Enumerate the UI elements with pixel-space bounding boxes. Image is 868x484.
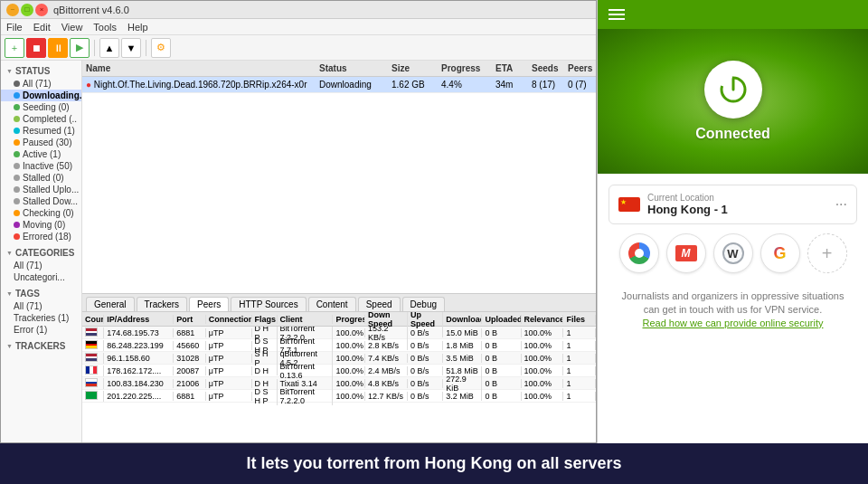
vpn-header (598, 0, 868, 29)
torrent-area: Name Status Size Progress ETA Seeds Peer… (82, 61, 596, 442)
torrent-name: ● Night.Of.The.Living.Dead.1968.720p.BRR… (82, 80, 316, 90)
tags-section-header: TAGS (1, 287, 81, 300)
vpn-power-button[interactable] (704, 61, 762, 119)
tab-peers[interactable]: Peers (189, 297, 229, 311)
move-down-btn[interactable]: ▼ (121, 38, 141, 58)
peers-col-progress: Progress (333, 315, 365, 324)
minimize-btn[interactable]: − (6, 4, 19, 16)
menu-edit[interactable]: Edit (33, 22, 51, 33)
sidebar: STATUS All (71) Downloading... Seeding (… (1, 61, 82, 442)
sidebar-inactive[interactable]: Inactive (50) (1, 160, 81, 172)
menu-tools[interactable]: Tools (93, 22, 117, 33)
caption-text: It lets you torrent from Hong Kong on al… (246, 454, 621, 473)
add-shortcut-btn[interactable]: + (807, 233, 847, 273)
location-name: Hong Kong - 1 (647, 203, 828, 216)
hamburger-menu-btn[interactable] (609, 9, 625, 20)
tab-content[interactable]: Content (308, 297, 356, 311)
sidebar-cat-all[interactable]: All (71) (1, 260, 81, 271)
tab-debug[interactable]: Debug (402, 297, 445, 311)
sidebar-checking[interactable]: Checking (0) (1, 207, 81, 219)
trackers-section-header: TRACKERS (1, 339, 81, 353)
torrent-progress: 4.4% (438, 80, 492, 90)
close-btn[interactable]: × (35, 4, 48, 16)
col-eta-header: ETA (492, 63, 528, 73)
sidebar-all[interactable]: All (71) (1, 78, 81, 90)
peers-col-downloaded: Downloaded (443, 315, 482, 324)
col-name-header: Name (82, 63, 316, 73)
sidebar-trackeries[interactable]: Trackeries (1) (1, 312, 81, 324)
peers-table: Country/Region IP/Address Port Connectio… (82, 312, 596, 442)
peers-col-flags: Flags (252, 315, 278, 324)
peer-row[interactable]: 178.162.172.... 20087 μTP D H BitTorrent… (82, 365, 596, 377)
menu-help[interactable]: Help (127, 22, 148, 33)
title-bar: − □ × qBittorrent v4.6.0 (1, 1, 596, 19)
start-btn[interactable]: ▶ (70, 38, 90, 58)
sidebar-uncategorized[interactable]: Uncategori... (1, 271, 81, 283)
vpn-footer-link[interactable]: Read how we can provide online security (619, 318, 846, 328)
wikipedia-shortcut-btn[interactable]: W (713, 233, 753, 273)
peers-col-uploaded: Uploaded (482, 315, 521, 324)
location-label: Current Location (647, 193, 828, 203)
sidebar-paused[interactable]: Paused (30) (1, 137, 81, 148)
sidebar-moving[interactable]: Moving (0) (1, 219, 81, 231)
sidebar-downloading[interactable]: Downloading... (1, 90, 81, 101)
tab-http[interactable]: HTTP Sources (231, 297, 306, 311)
vpn-hero: Connected (598, 29, 868, 174)
vpn-footer: Journalists and organizers in oppressive… (609, 282, 857, 336)
torrent-seeds: 8 (17) (528, 80, 564, 90)
toolbar: + ⏹ ⏸ ▶ ▲ ▼ ⚙ (1, 35, 596, 61)
tab-speed[interactable]: Speed (358, 297, 401, 311)
peers-col-client: Client (278, 315, 334, 324)
torrent-eta: 34m (492, 80, 528, 90)
peer-row[interactable]: 174.68.195.73 6881 μTP D H P BitTorrent … (82, 327, 596, 339)
col-peers-header: Peers (564, 63, 596, 73)
stop-btn[interactable]: ⏹ (26, 38, 46, 58)
menu-view[interactable]: View (61, 22, 83, 33)
vpn-panel: Connected Current Location Hong Kong - 1… (597, 0, 868, 443)
caption-bar: It lets you torrent from Hong Kong on al… (0, 443, 868, 484)
bottom-section: General Trackers Peers HTTP Sources Cont… (82, 293, 596, 442)
app-shortcuts: W G + (609, 233, 857, 273)
peers-col-port: Port (174, 315, 206, 324)
sidebar-stalled-down[interactable]: Stalled Dow... (1, 195, 81, 207)
peers-col-country: Country/Region (82, 315, 104, 324)
peer-row[interactable]: 96.1.158.60 31028 μTP S H P qBittorrent … (82, 352, 596, 365)
pause-btn[interactable]: ⏸ (48, 38, 68, 58)
maximize-btn[interactable]: □ (21, 4, 33, 16)
wikipedia-icon: W (722, 242, 744, 264)
sidebar-error-tag[interactable]: Error (1) (1, 324, 81, 336)
table-row[interactable]: ● Night.Of.The.Living.Dead.1968.720p.BRR… (82, 77, 596, 93)
sidebar-seeding[interactable]: Seeding (0) (1, 101, 81, 113)
move-up-btn[interactable]: ▲ (99, 38, 119, 58)
vpn-footer-description: Journalists and organizers in oppressive… (619, 289, 846, 318)
gmail-shortcut-btn[interactable] (666, 233, 706, 273)
peer-row[interactable]: 100.83.184.230 21006 μTP D H Tixati 3.14… (82, 377, 596, 390)
mail-icon (675, 245, 697, 261)
peer-row[interactable]: 86.248.223.199 45660 μTP D S H P BitTorr… (82, 339, 596, 352)
sidebar-resumed[interactable]: Resumed (1) (1, 125, 81, 137)
sidebar-active[interactable]: Active (1) (1, 148, 81, 160)
sidebar-completed[interactable]: Completed (.. (1, 113, 81, 125)
tab-trackers[interactable]: Trackers (137, 297, 188, 311)
peer-row[interactable]: 201.220.225.... 6881 μTP D S H P BitTorr… (82, 390, 596, 403)
add-torrent-btn[interactable]: + (5, 38, 24, 58)
torrent-table-header: Name Status Size Progress ETA Seeds Peer… (82, 61, 596, 77)
google-shortcut-btn[interactable]: G (760, 233, 800, 273)
peers-col-files: Files (563, 315, 596, 324)
peers-col-down: Down Speed (365, 312, 408, 328)
peers-col-up: Up Speed (408, 312, 443, 328)
sidebar-tag-all[interactable]: All (71) (1, 300, 81, 312)
menu-file[interactable]: File (6, 22, 23, 33)
sidebar-stalled-upload[interactable]: Stalled Uplo... (1, 184, 81, 195)
peers-col-relevance: Relevance (522, 315, 564, 324)
col-status-header: Status (316, 63, 388, 73)
location-options-btn[interactable]: ··· (835, 196, 847, 213)
tab-general[interactable]: General (86, 297, 135, 311)
sidebar-stalled[interactable]: Stalled (0) (1, 172, 81, 184)
status-section-header: STATUS (1, 64, 81, 78)
settings-btn[interactable]: ⚙ (151, 38, 171, 58)
peers-table-header: Country/Region IP/Address Port Connectio… (82, 312, 596, 327)
chrome-shortcut-btn[interactable] (619, 233, 659, 273)
location-selector[interactable]: Current Location Hong Kong - 1 ··· (609, 185, 857, 224)
sidebar-errored[interactable]: Errored (18) (1, 231, 81, 242)
